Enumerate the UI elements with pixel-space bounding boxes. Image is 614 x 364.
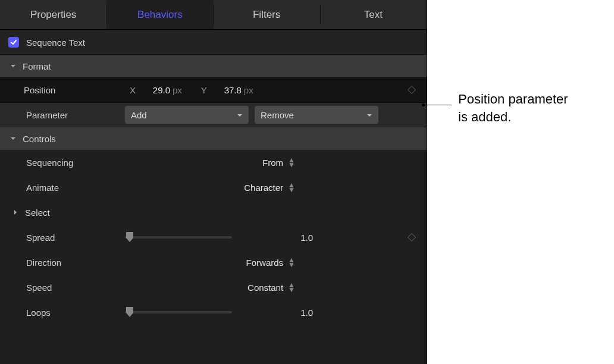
chevron-right-icon[interactable]	[10, 85, 19, 95]
row-select[interactable]: Select	[0, 200, 427, 225]
stepper-icon[interactable]: ▲▼	[288, 183, 295, 192]
annotation-text-2: is added.	[458, 109, 511, 124]
x-label: X	[125, 85, 140, 95]
loops-value[interactable]: 1.0	[300, 307, 313, 318]
row-direction: Direction Forwards ▲▼	[0, 250, 427, 275]
section-format[interactable]: Format	[0, 55, 427, 77]
position-y-value[interactable]: 37.8	[212, 85, 244, 95]
chevron-down-icon	[8, 61, 18, 71]
row-parameter: Parameter Add Remove	[0, 102, 427, 127]
chevron-down-icon	[366, 110, 372, 120]
remove-dropdown[interactable]: Remove	[255, 106, 378, 124]
behavior-title: Sequence Text	[26, 37, 85, 48]
dropdown-label: Add	[131, 110, 147, 120]
tab-behaviors[interactable]: Behaviors	[106, 0, 213, 29]
section-label: Format	[23, 61, 51, 71]
inspector-panel: Properties Behaviors Filters Text Sequen…	[0, 0, 427, 364]
section-label: Controls	[23, 134, 56, 144]
dropdown-label: Remove	[261, 110, 294, 120]
position-label: Position	[24, 85, 55, 95]
loops-slider[interactable]	[125, 311, 232, 313]
direction-label: Direction	[26, 258, 61, 268]
stepper-icon[interactable]: ▲▼	[288, 258, 295, 267]
row-animate: Animate Character ▲▼	[0, 175, 427, 200]
slider-thumb-icon[interactable]	[125, 307, 134, 318]
tab-label: Behaviors	[137, 9, 183, 21]
direction-value[interactable]: Forwards	[246, 258, 284, 268]
annotation-area: Position parameter is added.	[427, 0, 614, 364]
tab-label: Properties	[30, 9, 76, 21]
section-controls[interactable]: Controls	[0, 127, 427, 150]
slider-thumb-icon[interactable]	[125, 232, 134, 243]
row-sequencing: Sequencing From ▲▼	[0, 150, 427, 175]
speed-value[interactable]: Constant	[248, 283, 283, 293]
row-position: Position X 29.0 px Y 37.8 px	[0, 77, 427, 102]
callout-line-icon	[425, 105, 452, 105]
chevron-down-icon	[237, 110, 243, 120]
tab-properties[interactable]: Properties	[0, 0, 106, 29]
spread-value[interactable]: 1.0	[300, 233, 313, 243]
animate-value[interactable]: Character	[244, 183, 283, 193]
tab-filters[interactable]: Filters	[214, 0, 320, 29]
sequencing-value[interactable]: From	[262, 158, 283, 168]
behavior-header: Sequence Text	[0, 30, 427, 55]
tabs-bar: Properties Behaviors Filters Text	[0, 0, 427, 30]
annotation-text-1: Position parameter	[458, 92, 568, 106]
stepper-icon[interactable]: ▲▼	[288, 283, 295, 292]
select-label: Select	[25, 208, 50, 218]
spread-slider[interactable]	[125, 236, 232, 239]
add-dropdown[interactable]: Add	[125, 106, 249, 124]
enable-checkbox[interactable]	[8, 37, 19, 48]
parameter-label: Parameter	[8, 110, 68, 120]
tab-label: Filters	[253, 9, 280, 21]
loops-label: Loops	[26, 307, 51, 318]
animate-label: Animate	[26, 183, 59, 193]
position-x-value[interactable]: 29.0	[140, 85, 173, 95]
chevron-down-icon	[8, 134, 18, 143]
row-spread: Spread 1.0	[0, 225, 427, 250]
spread-label: Spread	[26, 233, 55, 243]
tab-label: Text	[364, 9, 383, 21]
row-loops: Loops 1.0	[0, 300, 427, 325]
speed-label: Speed	[26, 283, 52, 293]
chevron-right-icon	[11, 208, 20, 217]
stepper-icon[interactable]: ▲▼	[288, 158, 295, 167]
tab-text[interactable]: Text	[320, 0, 427, 29]
sequencing-label: Sequencing	[26, 158, 73, 168]
y-label: Y	[196, 85, 212, 95]
position-x-unit: px	[173, 85, 182, 95]
check-icon	[10, 39, 17, 46]
position-y-unit: px	[244, 85, 253, 95]
row-speed: Speed Constant ▲▼	[0, 275, 427, 300]
